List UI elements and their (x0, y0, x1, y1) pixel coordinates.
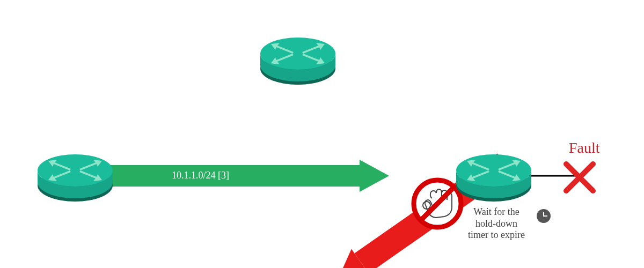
routers-layer (0, 0, 644, 268)
wait-line1: Wait for the (473, 206, 519, 217)
router-top-icon (260, 38, 335, 85)
label-fault: Fault (569, 139, 600, 157)
clock-icon (537, 209, 551, 223)
diagram-stage: 10.1.1.0/24 [3] 10.1.1.0/24 [16] Fault W… (0, 0, 644, 268)
router-left-icon (38, 154, 113, 202)
label-wait-note: Wait for the hold-down timer to expire (459, 206, 534, 241)
router-right-icon (456, 154, 531, 202)
wait-line3: timer to expire (468, 229, 525, 240)
label-route-good: 10.1.1.0/24 [3] (172, 170, 229, 181)
wait-line2: hold-down (475, 218, 517, 229)
